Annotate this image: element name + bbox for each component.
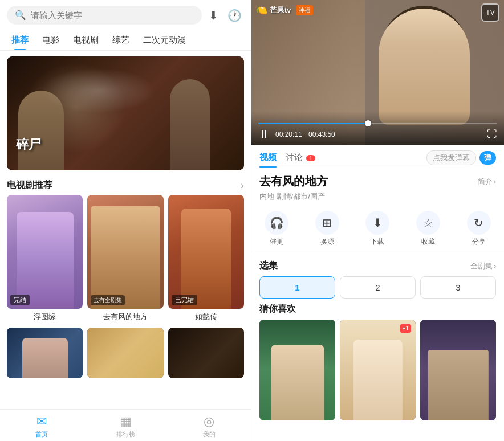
tv-icon[interactable]: TV (481, 3, 499, 22)
action-buttons: 🎧 催更 ⊞ 换源 ⬇ 下载 ☆ 收藏 ↻ 分享 (251, 206, 504, 254)
video-tabs: 视频 讨论 1 点我发弹幕 弹 (259, 145, 496, 168)
video-info: 视频 讨论 1 点我发弹幕 弹 去有风的地方 简介 › 内地 剧情/都市/国产 (251, 145, 504, 206)
episode-header: 选集 全剧集 › (259, 260, 496, 272)
drama-section-title: 电视剧推荐 (7, 179, 52, 191)
mango-badge: 神福 (296, 5, 313, 15)
danmu-button[interactable]: 弹 (479, 151, 496, 165)
drama-name-1: 浮图缘 (7, 312, 83, 322)
favorite-label: 收藏 (421, 237, 435, 247)
cuigeng-icon: 🎧 (265, 211, 288, 235)
recommend-item-2[interactable]: +1 (340, 320, 416, 420)
nav-tab-recommend[interactable]: 推荐 (5, 30, 35, 50)
bottom-nav-mine[interactable]: ◎ 我的 (167, 414, 251, 439)
second-thumb-1[interactable] (7, 328, 83, 378)
search-bar: 🔍 ⬇ 🕐 (0, 0, 251, 30)
current-time: 00:20:11 (275, 130, 302, 138)
drama-item-3[interactable]: 已完结 如懿传 (168, 195, 244, 322)
mine-icon: ◎ (204, 414, 214, 429)
drama-section-header: 电视剧推荐 › (0, 174, 251, 195)
drama-list: 完结 浮图缘 去有全剧集 去有风的地方 已完结 如懿传 (0, 195, 251, 328)
search-icon: 🔍 (15, 10, 26, 21)
total-time: 00:43:50 (308, 130, 335, 138)
nav-tabs: 推荐 电影 电视剧 综艺 二次元动漫 (0, 30, 251, 51)
episode-btn-1[interactable]: 1 (259, 276, 335, 299)
nav-tab-tv[interactable]: 电视剧 (66, 30, 105, 50)
bottom-nav-rank[interactable]: ▦ 排行榜 (84, 414, 168, 439)
history-icon[interactable]: 🕐 (225, 6, 244, 24)
episode-btn-3[interactable]: 3 (420, 276, 496, 299)
share-icon: ↻ (467, 211, 491, 235)
search-input[interactable] (31, 10, 194, 20)
huanyuan-label: 换源 (320, 237, 334, 247)
favorite-icon: ☆ (416, 211, 440, 235)
episode-list: 1 2 3 (259, 276, 496, 299)
nav-tab-variety[interactable]: 综艺 (105, 30, 136, 50)
banner-title: 碎尸 (16, 136, 41, 153)
tab-video[interactable]: 视频 (259, 148, 277, 168)
danmu-input[interactable]: 点我发弹幕 (426, 150, 476, 165)
discussion-badge: 1 (306, 155, 315, 161)
mine-label: 我的 (203, 430, 216, 439)
mango-logo-text: 芒果tv (270, 5, 291, 15)
download-label: 下载 (371, 237, 384, 247)
time-display: 00:20:11 00:43:50 (275, 130, 335, 138)
drama-item-1[interactable]: 完结 浮图缘 (7, 195, 83, 322)
huanyuan-icon: ⊞ (315, 211, 339, 235)
progress-fill (258, 122, 368, 124)
second-thumb-3[interactable] (168, 328, 244, 378)
drama-badge-3: 已完结 (172, 295, 197, 305)
progress-bar[interactable] (258, 122, 497, 124)
rank-label: 排行榜 (116, 430, 135, 439)
drama-name-2: 去有风的地方 (87, 312, 163, 322)
fullscreen-button[interactable]: ⛶ (487, 128, 497, 140)
all-episodes-link[interactable]: 全剧集 › (470, 261, 496, 271)
recommend-list: +1 (259, 320, 496, 420)
second-thumb-2[interactable] (87, 328, 163, 378)
episode-section: 选集 全剧集 › 1 2 3 (251, 254, 504, 303)
tab-discussion[interactable]: 讨论 1 (286, 148, 315, 168)
drama-badge-2: 去有全剧集 (91, 295, 125, 305)
second-row (0, 328, 251, 384)
nav-tab-anime[interactable]: 二次元动漫 (136, 30, 193, 50)
drama-thumb-3: 已完结 (168, 195, 244, 309)
recommend-title: 猜你喜欢 (259, 303, 496, 315)
action-btn-cuigeng[interactable]: 🎧 催更 (265, 211, 288, 247)
drama-thumb-1: 完结 (7, 195, 83, 309)
mango-logo: 🍋 芒果tv 神福 (256, 5, 313, 15)
progress-dot (365, 120, 371, 126)
main-banner[interactable]: 碎尸 (7, 56, 244, 170)
nav-tab-movie[interactable]: 电影 (35, 30, 66, 50)
drama-section-arrow[interactable]: › (241, 179, 244, 191)
left-panel: 🔍 ⬇ 🕐 推荐 电影 电视剧 综艺 二次元动漫 碎尸 电视剧推荐 › (0, 0, 251, 441)
search-input-wrap[interactable]: 🔍 (7, 6, 202, 24)
home-label: 首页 (35, 430, 48, 439)
pause-button[interactable]: ⏸ (258, 128, 270, 141)
episode-title: 选集 (259, 260, 278, 272)
show-title-row: 去有风的地方 简介 › (259, 168, 496, 191)
bottom-nav-home[interactable]: ✉ 首页 (0, 414, 84, 439)
drama-item-2[interactable]: 去有全剧集 去有风的地方 (87, 195, 163, 322)
right-panel: 🍋 芒果tv 神福 TV ⏸ 00:20:11 00:43:5 (251, 0, 504, 441)
video-controls: ⏸ 00:20:11 00:43:50 ⛶ (251, 111, 504, 145)
drama-name-3: 如懿传 (168, 312, 244, 322)
rank-icon: ▦ (120, 414, 132, 429)
home-icon: ✉ (36, 414, 47, 429)
show-title: 去有风的地方 (259, 174, 328, 189)
video-player[interactable]: 🍋 芒果tv 神福 TV ⏸ 00:20:11 00:43:5 (251, 0, 504, 145)
action-btn-huanyuan[interactable]: ⊞ 换源 (315, 211, 339, 247)
download-icon[interactable]: ⬇ (206, 6, 221, 24)
drama-badge-1: 完结 (10, 295, 30, 305)
action-btn-download[interactable]: ⬇ 下载 (365, 211, 389, 247)
download-icon-action: ⬇ (365, 211, 389, 235)
show-tags: 内地 剧情/都市/国产 (259, 191, 496, 206)
recommend-item-1[interactable] (259, 320, 335, 420)
share-label: 分享 (472, 237, 486, 247)
drama-thumb-2: 去有全剧集 (87, 195, 163, 309)
recommend-item-3[interactable] (420, 320, 496, 420)
action-btn-share[interactable]: ↻ 分享 (467, 211, 491, 247)
recommend-section: 猜你喜欢 +1 (251, 303, 504, 441)
bottom-nav: ✉ 首页 ▦ 排行榜 ◎ 我的 (0, 409, 251, 441)
action-btn-favorite[interactable]: ☆ 收藏 (416, 211, 440, 247)
intro-link[interactable]: 简介 › (478, 177, 496, 187)
episode-btn-2[interactable]: 2 (340, 276, 416, 299)
